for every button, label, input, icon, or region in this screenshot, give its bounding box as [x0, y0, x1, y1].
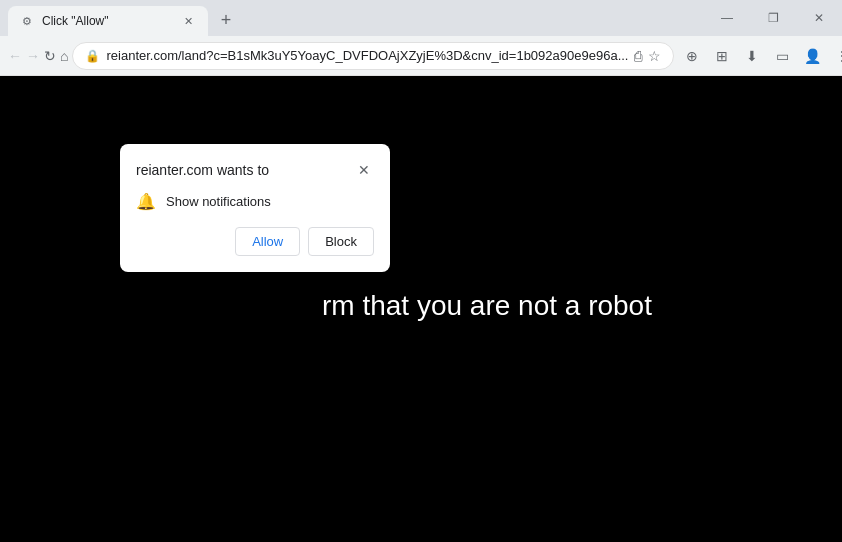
- share-icon: ⎙: [634, 48, 642, 64]
- page-content: rm that you are not a robot reianter.com…: [0, 76, 842, 542]
- notification-permission-dialog: reianter.com wants to ✕ 🔔 Show notificat…: [120, 144, 390, 272]
- menu-icon: ⋮: [835, 48, 842, 64]
- home-button[interactable]: ⌂: [60, 42, 68, 70]
- menu-button[interactable]: ⋮: [828, 42, 842, 70]
- tab-close-button[interactable]: ✕: [180, 13, 196, 29]
- address-bar[interactable]: 🔒 reianter.com/land?c=B1sMk3uY5YoayC_DVF…: [72, 42, 674, 70]
- dialog-buttons: Allow Block: [136, 227, 374, 256]
- tab-title: Click "Allow": [42, 14, 172, 28]
- dialog-permission-row: 🔔 Show notifications: [136, 192, 374, 211]
- forward-button[interactable]: →: [26, 42, 40, 70]
- dialog-header: reianter.com wants to ✕: [136, 160, 374, 180]
- puzzle-button[interactable]: ⊞: [708, 42, 736, 70]
- dialog-title: reianter.com wants to: [136, 162, 269, 178]
- bell-icon: 🔔: [136, 192, 156, 211]
- tab-bar: ⚙ Click "Allow" ✕ + — ❐ ✕: [0, 0, 842, 36]
- cast-button[interactable]: ▭: [768, 42, 796, 70]
- reload-icon: ↻: [44, 48, 56, 64]
- back-button[interactable]: ←: [8, 42, 22, 70]
- block-button[interactable]: Block: [308, 227, 374, 256]
- tab-favicon-icon: ⚙: [20, 14, 34, 28]
- permission-text: Show notifications: [166, 194, 271, 209]
- allow-button[interactable]: Allow: [235, 227, 300, 256]
- home-icon: ⌂: [60, 48, 68, 64]
- page-main-text: rm that you are not a robot: [322, 290, 652, 322]
- profile-icon: 👤: [804, 48, 821, 64]
- dialog-close-button[interactable]: ✕: [354, 160, 374, 180]
- new-tab-button[interactable]: +: [212, 6, 240, 34]
- download-icon: ⬇: [746, 48, 758, 64]
- lock-icon: 🔒: [85, 49, 100, 63]
- download-button[interactable]: ⬇: [738, 42, 766, 70]
- extension-icon[interactable]: ⊕: [678, 42, 706, 70]
- browser-toolbar: ← → ↻ ⌂ 🔒 reianter.com/land?c=B1sMk3uY5Y…: [0, 36, 842, 76]
- back-icon: ←: [8, 48, 22, 64]
- reload-button[interactable]: ↻: [44, 42, 56, 70]
- cast-icon: ▭: [776, 48, 789, 64]
- restore-button[interactable]: ❐: [750, 0, 796, 36]
- puzzle-icon: ⊞: [716, 48, 728, 64]
- bookmark-icon: ☆: [648, 48, 661, 64]
- window-controls: — ❐ ✕: [704, 0, 842, 36]
- toolbar-right: ⊕ ⊞ ⬇ ▭ 👤 ⋮: [678, 42, 842, 70]
- profile-button[interactable]: 👤: [798, 42, 826, 70]
- browser-tab[interactable]: ⚙ Click "Allow" ✕: [8, 6, 208, 36]
- extension-label: ⊕: [686, 48, 698, 64]
- minimize-button[interactable]: —: [704, 0, 750, 36]
- address-text: reianter.com/land?c=B1sMk3uY5YoayC_DVFDO…: [106, 48, 628, 63]
- browser-frame: ⚙ Click "Allow" ✕ + — ❐ ✕ ← → ↻ ⌂ 🔒 reia: [0, 0, 842, 542]
- close-button[interactable]: ✕: [796, 0, 842, 36]
- forward-icon: →: [26, 48, 40, 64]
